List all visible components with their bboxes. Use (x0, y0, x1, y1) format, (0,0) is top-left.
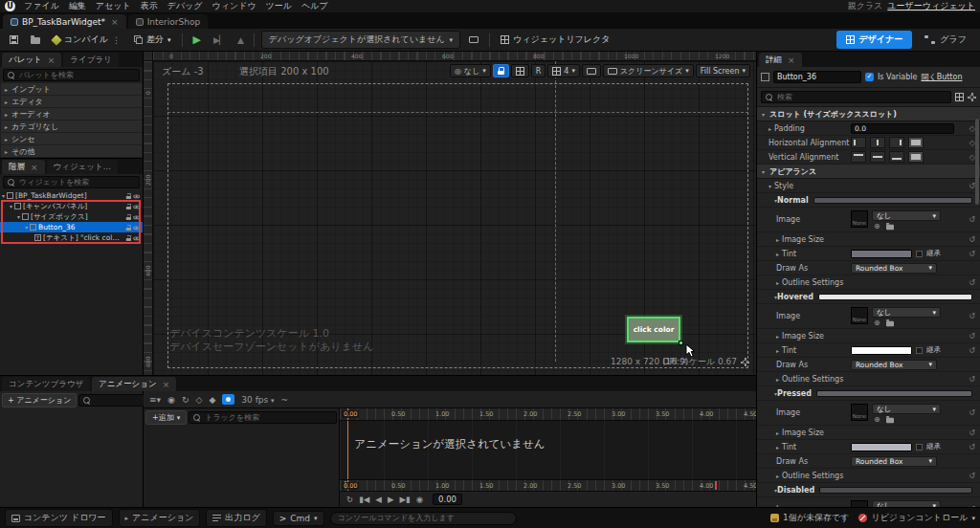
browse-asset-icon[interactable] (886, 418, 894, 424)
browse-asset-icon[interactable] (886, 321, 894, 327)
is-variable-checkbox[interactable]: ✓ (865, 73, 874, 81)
console-command-input[interactable] (330, 512, 517, 525)
tab-widget[interactable]: ウィジェット... (47, 160, 118, 174)
record-icon[interactable]: ◉ (416, 495, 423, 504)
launch-button[interactable]: ▲ (234, 33, 247, 47)
reset-icon[interactable]: ↺ (967, 408, 977, 417)
tree-item[interactable]: ▾[BP_TaskBarWidget] (0, 190, 143, 201)
valign-top-button[interactable] (851, 151, 866, 163)
play-button[interactable]: ▶ (189, 32, 205, 48)
step-forward-icon[interactable]: ▶▮ (399, 495, 410, 504)
lock-icon[interactable] (126, 235, 131, 241)
design-canvas[interactable]: ズーム -3 選択項目 200 x 100 ◎ なし ▾ R 4 ▾ スクリーン… (153, 61, 756, 375)
visibility-icon[interactable] (133, 235, 140, 240)
selected-button-widget[interactable]: click color (627, 317, 680, 342)
chevron-right-icon[interactable]: ▸ (776, 236, 779, 243)
valign-fill-button[interactable] (908, 151, 924, 163)
widget-reflector-button[interactable]: ウィジェットリフレクタ (497, 32, 613, 48)
chevron-right-icon[interactable]: ▸ (776, 333, 779, 340)
menu-item[interactable]: ウィンドウ (208, 1, 261, 11)
play-icon[interactable]: ▶ (388, 495, 394, 504)
chevron-right-icon[interactable]: ▸ (768, 125, 771, 132)
palette-category[interactable]: ▸オーディオ (1, 108, 142, 120)
close-icon[interactable]: × (161, 380, 170, 389)
image-thumbnail[interactable]: None (851, 404, 868, 421)
screen-size-dropdown[interactable]: スクリーンサイズ ▾ (603, 64, 694, 77)
animation-drawer-button[interactable]: ▸ アニメーション (119, 509, 201, 527)
chevron-right-icon[interactable]: ▸ (776, 429, 779, 436)
tree-item[interactable]: ▾[キャンバスパネル] (0, 201, 143, 211)
chevron-right-icon[interactable]: ▸ (776, 473, 779, 479)
lock-icon[interactable] (126, 225, 131, 231)
reset-icon[interactable]: ↺ (967, 312, 977, 320)
widget-name-input[interactable] (773, 71, 861, 83)
tab-bp-taskbarwidget[interactable]: BP_TaskBarWidget* × (3, 14, 126, 29)
inherit-checkbox[interactable] (916, 251, 923, 257)
chevron-right-icon[interactable]: ▸ (776, 444, 779, 451)
camera-icon[interactable]: ◉ (167, 395, 175, 405)
tint-color-swatch[interactable] (851, 346, 912, 355)
tab-interiorshop[interactable]: InteriorShop (128, 14, 208, 29)
details-search[interactable] (761, 91, 951, 103)
hierarchy-search[interactable] (3, 176, 140, 188)
style-state-normal-header[interactable]: ▾Normal (757, 193, 980, 208)
visibility-icon[interactable] (133, 193, 140, 198)
tab-hierarchy[interactable]: 階層 × (2, 160, 45, 174)
display-options-icon[interactable] (955, 93, 964, 101)
visibility-icon[interactable] (133, 204, 140, 209)
browse-asset-button[interactable] (27, 33, 44, 46)
go-to-start-icon[interactable]: ▮◀ (359, 495, 369, 504)
image-asset-dropdown[interactable]: なし▾ (872, 404, 941, 414)
content-drawer-button[interactable]: コンテンツ ドロワー (5, 509, 113, 527)
menu-item[interactable]: ツール (261, 1, 297, 11)
fill-screen-dropdown[interactable]: Fill Screen ▾ (696, 64, 750, 77)
details-search-input[interactable] (777, 93, 947, 101)
close-icon[interactable]: × (29, 163, 38, 172)
image-asset-dropdown[interactable]: なし▾ (872, 500, 941, 507)
tab-palette[interactable]: パレット × (2, 53, 61, 67)
lock-icon[interactable] (126, 204, 131, 209)
expander-icon[interactable]: ▾ (25, 224, 28, 231)
expander-icon[interactable]: ▾ (17, 213, 20, 220)
tint-color-swatch[interactable] (851, 443, 912, 451)
valign-center-button[interactable] (870, 151, 885, 163)
tab-library[interactable]: ライブラリ (63, 53, 119, 67)
palette-category[interactable]: ▸その他 (1, 145, 142, 157)
tab-animation[interactable]: アニメーション × (92, 377, 176, 391)
image-asset-dropdown[interactable]: なし▾ (872, 210, 941, 221)
details-scrollbar[interactable] (975, 119, 979, 205)
designer-mode-button[interactable]: デザイナー (836, 31, 913, 49)
reset-icon[interactable]: ↺ (967, 346, 977, 355)
palette-search[interactable] (3, 69, 140, 81)
open-button-link[interactable]: 開くButton (921, 72, 962, 82)
curve-editor-icon[interactable]: ~ (281, 395, 289, 405)
save-button[interactable] (6, 33, 22, 46)
debug-object-dropdown[interactable]: デバッグオブジェクトが選択されていません ▾ (261, 31, 460, 49)
reset-icon[interactable]: ↺ (967, 472, 977, 480)
visibility-icon[interactable] (133, 225, 140, 230)
browse-asset-icon[interactable] (886, 225, 894, 231)
image-asset-dropdown[interactable]: なし▾ (872, 307, 941, 318)
reset-icon[interactable]: ↺ (967, 443, 977, 451)
add-track-button[interactable]: +追加▾ (145, 410, 187, 425)
reset-icon[interactable]: ↺ (967, 429, 977, 437)
track-search-input[interactable] (205, 413, 332, 422)
style-state-disabled-header[interactable]: ▾Disabled (757, 483, 980, 497)
unreal-logo-icon[interactable]: U (5, 1, 15, 11)
palette-category[interactable]: ▸エディタ (1, 96, 142, 107)
timeline-track-area[interactable] (340, 421, 756, 479)
halign-left-button[interactable] (851, 137, 866, 148)
diff-button[interactable]: 差分 ▾ (130, 32, 175, 48)
visibility-icon[interactable] (133, 214, 140, 219)
menu-item[interactable]: アセット (91, 1, 136, 11)
close-icon[interactable]: × (109, 17, 119, 27)
expander-icon[interactable]: ▾ (10, 203, 12, 209)
autokey-toggle-icon[interactable] (222, 394, 234, 405)
reset-icon[interactable]: ↺ (967, 235, 977, 244)
fps-dropdown[interactable]: 30 fps ▾ (241, 395, 274, 405)
track-search[interactable] (189, 411, 337, 424)
timeline-ruler-bottom[interactable]: 0.00 0.501.001.502.002.503.003.504.004.5… (340, 479, 756, 491)
close-icon[interactable]: × (786, 55, 795, 65)
hierarchy-search-input[interactable] (19, 178, 135, 187)
filter-icon[interactable]: ≡▾ (149, 395, 161, 405)
